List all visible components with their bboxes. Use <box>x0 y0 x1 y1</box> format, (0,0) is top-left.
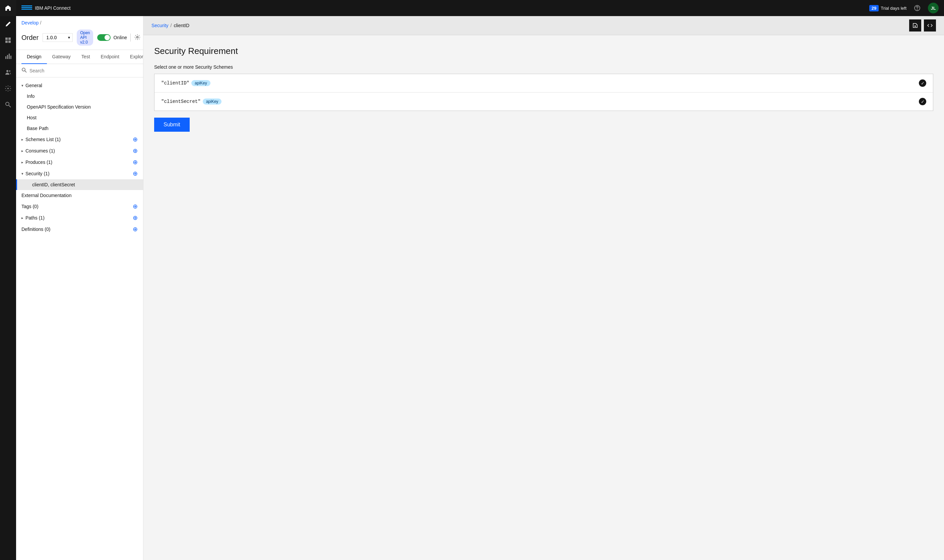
content-breadcrumb-current: clientID <box>174 23 189 28</box>
sidebar-item-security-child[interactable]: clientID, clientSecret <box>16 179 143 190</box>
trial-text: Trial days left <box>881 6 907 11</box>
paths-chevron-icon: ▸ <box>22 216 23 220</box>
sidebar-item-schemes-list[interactable]: ▸ Schemes List (1) ⊕ <box>16 134 143 145</box>
nav-search[interactable] <box>0 97 16 112</box>
submit-button[interactable]: Submit <box>154 118 190 132</box>
code-view-button[interactable] <box>924 20 936 31</box>
breadcrumb-develop-link[interactable]: Develop <box>22 20 38 25</box>
sidebar-nav: ▾ General Info OpenAPI Specification Ver… <box>16 77 143 560</box>
tags-add-button[interactable]: ⊕ <box>133 203 138 209</box>
help-button[interactable] <box>912 3 922 14</box>
online-toggle-switch[interactable] <box>97 34 111 41</box>
main-content: Security / clientID <box>143 16 944 560</box>
tab-gateway[interactable]: Gateway <box>47 50 76 64</box>
security-add-button[interactable]: ⊕ <box>133 171 138 177</box>
security-chevron-icon: ▾ <box>22 172 23 176</box>
edit-view-button[interactable] <box>909 20 921 31</box>
sidebar-item-base-path[interactable]: Base Path <box>16 123 143 134</box>
sidebar-item-openapi-spec[interactable]: OpenAPI Specification Version <box>16 102 143 112</box>
consumes-label: Consumes (1) <box>26 148 133 154</box>
consumes-chevron-icon: ▸ <box>22 149 23 153</box>
sidebar-item-tags[interactable]: Tags (0) ⊕ <box>16 201 143 212</box>
sidebar-item-security[interactable]: ▾ Security (1) ⊕ <box>16 168 143 179</box>
definitions-label: Definitions (0) <box>22 226 133 232</box>
schemes-list-add-button[interactable]: ⊕ <box>133 136 138 142</box>
tabs-bar: Design Gateway Test Endpoint Explorer <box>16 50 143 64</box>
topbar: IBM API Connect 29 Trial days left JL <box>16 0 944 16</box>
svg-point-8 <box>6 70 8 72</box>
tags-label: Tags (0) <box>22 204 133 209</box>
scheme-check-clientid: ✓ <box>919 79 926 87</box>
section-subtitle: Select one or more Security Schemes <box>154 65 933 70</box>
scheme-name-clientid: "clientID" <box>161 80 189 86</box>
svg-line-21 <box>25 71 26 72</box>
online-toggle[interactable]: Online <box>97 34 127 41</box>
settings-icon <box>5 85 11 92</box>
help-circle-icon <box>914 5 921 11</box>
scheme-badge-clientid: apiKey <box>191 80 211 86</box>
user-avatar[interactable]: JL <box>928 3 939 14</box>
api-settings-button[interactable] <box>134 34 141 42</box>
openapi-badge: Open API v2.0 <box>77 29 93 46</box>
pencil-square-icon <box>913 23 918 28</box>
produces-add-button[interactable]: ⊕ <box>133 159 138 165</box>
svg-point-11 <box>6 102 9 106</box>
topbar-right: 29 Trial days left JL <box>869 3 939 14</box>
host-label: Host <box>27 115 138 120</box>
sidebar-item-produces[interactable]: ▸ Produces (1) ⊕ <box>16 157 143 168</box>
content-breadcrumb-security-link[interactable]: Security <box>151 23 169 28</box>
nav-analytics[interactable] <box>0 48 16 65</box>
scheme-item-clientid[interactable]: "clientID" apiKey ✓ <box>154 74 933 92</box>
nav-rail <box>0 0 16 560</box>
paths-label: Paths (1) <box>26 215 133 220</box>
svg-point-9 <box>9 70 11 72</box>
sidebar-item-definitions[interactable]: Definitions (0) ⊕ <box>16 223 143 235</box>
content-breadcrumb-sep: / <box>171 23 172 28</box>
search-icon <box>22 68 27 74</box>
content-header-actions <box>909 20 936 31</box>
base-path-label: Base Path <box>27 126 138 131</box>
nav-grid[interactable] <box>0 32 16 48</box>
svg-rect-5 <box>7 55 8 59</box>
external-docs-label: External Documentation <box>22 193 138 198</box>
api-header-right: Online Validate Save ⋮ <box>97 31 143 43</box>
svg-rect-14 <box>22 7 32 8</box>
code-icon <box>927 23 933 28</box>
tab-test[interactable]: Test <box>76 50 95 64</box>
breadcrumb: Develop / <box>16 16 143 25</box>
app-brand: IBM API Connect <box>22 5 71 11</box>
home-icon <box>5 5 11 11</box>
paths-add-button[interactable]: ⊕ <box>133 215 138 221</box>
svg-rect-4 <box>5 56 6 59</box>
version-selector-wrapper: 1.0.0 <box>43 33 73 42</box>
svg-point-20 <box>22 68 25 71</box>
tab-explorer[interactable]: Explorer <box>125 50 143 64</box>
tab-endpoint[interactable]: Endpoint <box>95 50 125 64</box>
definitions-add-button[interactable]: ⊕ <box>133 226 138 232</box>
openapi-spec-label: OpenAPI Specification Version <box>27 104 138 109</box>
page-title: Security Requirement <box>154 46 933 56</box>
trial-badge: 29 Trial days left <box>869 5 907 11</box>
grid-icon <box>5 37 11 43</box>
sidebar-item-external-docs[interactable]: External Documentation <box>16 190 143 201</box>
tab-design[interactable]: Design <box>22 50 47 64</box>
consumes-add-button[interactable]: ⊕ <box>133 148 138 154</box>
sidebar-item-host[interactable]: Host <box>16 112 143 123</box>
sidebar-item-consumes[interactable]: ▸ Consumes (1) ⊕ <box>16 145 143 157</box>
nav-users[interactable] <box>0 65 16 80</box>
svg-rect-13 <box>22 5 32 6</box>
search-input[interactable] <box>29 68 138 73</box>
svg-line-12 <box>9 105 11 107</box>
svg-rect-2 <box>5 40 8 43</box>
scheme-item-clientsecret[interactable]: "clientSecret" apiKey ✓ <box>154 92 933 111</box>
scheme-badge-clientsecret: apiKey <box>203 98 222 105</box>
version-select[interactable]: 1.0.0 <box>43 33 73 42</box>
sidebar-item-info[interactable]: Info <box>16 91 143 102</box>
sidebar-item-general[interactable]: ▾ General <box>16 80 143 91</box>
trial-days-number: 29 <box>869 5 879 11</box>
nav-home[interactable] <box>0 0 16 16</box>
sidebar-item-paths[interactable]: ▸ Paths (1) ⊕ <box>16 212 143 223</box>
nav-settings[interactable] <box>0 80 16 97</box>
chart-icon <box>5 53 11 60</box>
nav-edit[interactable] <box>0 16 16 32</box>
